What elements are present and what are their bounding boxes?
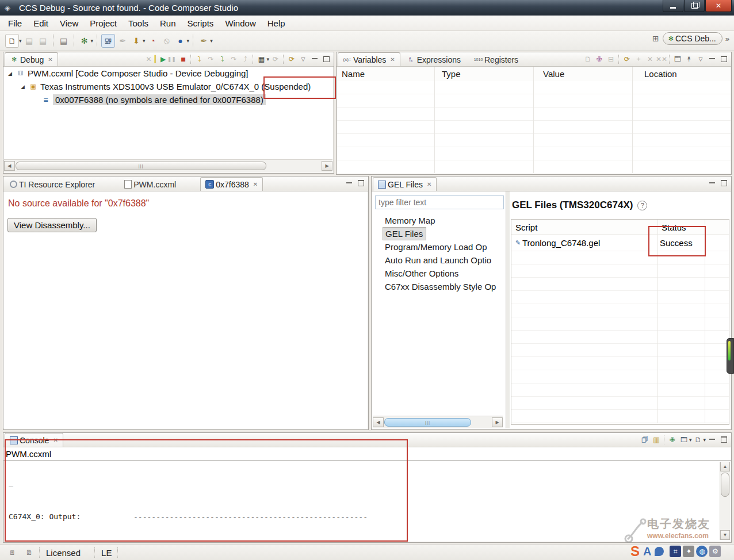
display-selected-console-icon[interactable]: 🗔 [678, 434, 690, 445]
add-watch-expression-icon[interactable]: ✙ [594, 53, 605, 64]
assembly-step-into-icon[interactable]: ⤵ [216, 53, 228, 64]
new-expression-icon[interactable]: ＋ [633, 53, 644, 64]
tab-gel-files[interactable]: GEL Files ✕ [373, 177, 437, 191]
console-vscroll-thumb[interactable] [721, 473, 729, 497]
variables-minimize-icon[interactable] [706, 53, 718, 64]
highlight-icon[interactable]: ✒ [197, 34, 210, 47]
tab-variables[interactable]: (x)= Variables ✕ [338, 52, 400, 66]
gel-table-row[interactable]: ✎ Tronlong_C6748.gel Success [511, 235, 729, 251]
menu-run[interactable]: Run [154, 17, 182, 30]
variables-table-body[interactable] [337, 81, 731, 173]
debug-tree-root-row[interactable]: ◢ ⚅ PWM.ccxml [Code Composer Studio - De… [3, 67, 332, 80]
tab-expressions[interactable]: fₓ Expressions [402, 52, 468, 66]
menu-scripts[interactable]: Scripts [182, 17, 220, 30]
view-disassembly-button[interactable]: View Disassembly... [7, 218, 97, 232]
filter-input[interactable] [375, 195, 504, 209]
minimize-button[interactable] [663, 0, 683, 12]
ime-globe-icon[interactable]: ◍ [696, 546, 708, 557]
debug-tree-core-row[interactable]: ◢ ▣ Texas Instruments XDS100v3 USB Emula… [3, 80, 332, 93]
restart-icon[interactable]: ▦ [255, 53, 267, 64]
link-icon[interactable]: ✒ [116, 34, 129, 47]
suspend-icon[interactable]: ❚❚ [166, 53, 177, 64]
refresh-icon[interactable]: ⟳ [621, 53, 633, 64]
breakpoint-clock-icon[interactable]: ◔ [147, 34, 159, 47]
new-file-icon[interactable]: 🗋 [5, 34, 19, 48]
scroll-left-icon[interactable]: ◀ [4, 161, 15, 171]
tab-pwm-ccxml[interactable]: PWM.ccxml [119, 177, 183, 191]
tab-gel-close-icon[interactable]: ✕ [427, 181, 431, 187]
tab-variables-close-icon[interactable]: ✕ [390, 56, 395, 63]
console-log[interactable]: _ . - C674X_0: Output:------------------… [5, 462, 722, 540]
ime-tools-icon[interactable]: ✦ [683, 546, 694, 557]
tab-ti-resource-explorer[interactable]: TI Resource Explorer [5, 177, 102, 191]
clear-console-icon[interactable]: 🗍 [639, 434, 651, 445]
menu-file[interactable]: File [2, 17, 28, 30]
restart-dropdown-icon[interactable]: ▾ [266, 56, 269, 62]
sogou-logo-icon[interactable]: S [630, 543, 640, 559]
column-type[interactable]: Type [439, 69, 541, 79]
tab-debug[interactable]: ✻ Debug ✕ [5, 52, 58, 66]
target-config-icon[interactable]: ▤ [58, 34, 70, 47]
debug-maximize-icon[interactable] [320, 53, 332, 64]
step-return-icon[interactable]: ⤴ [239, 53, 251, 64]
restore-button[interactable] [684, 0, 705, 12]
editor-minimize-icon[interactable] [343, 178, 355, 189]
save-icon[interactable]: ▤ [23, 34, 36, 47]
new-breakpoint-icon[interactable]: ● [174, 34, 187, 47]
step-over-icon[interactable]: ↷ [205, 53, 216, 64]
show-type-names-icon[interactable]: 🗋 [582, 53, 594, 64]
tab-console[interactable]: Console ✕ [5, 433, 63, 447]
remove-all-terminated-icon[interactable]: ✕ [143, 53, 154, 64]
menu-view[interactable]: View [54, 17, 84, 30]
menu-window[interactable]: Window [219, 17, 261, 30]
gel-nav-hscrollbar[interactable]: ◀ ||| ▶ [373, 416, 503, 428]
highlight-dropdown-icon[interactable]: ▾ [210, 38, 213, 44]
nav-gel-files[interactable]: GEL Files [383, 227, 426, 240]
pin-view-icon[interactable]: 🖈 [683, 53, 695, 64]
help-icon[interactable]: ? [637, 201, 647, 210]
menu-help[interactable]: Help [262, 17, 291, 30]
debug-dropdown-icon[interactable]: ▾ [91, 38, 94, 44]
console-minimize-icon[interactable] [706, 434, 718, 445]
new-file-dropdown-icon[interactable]: ▾ [19, 38, 22, 44]
new-breakpoint-dropdown-icon[interactable]: ▾ [187, 38, 190, 44]
gel-maximize-icon[interactable] [718, 178, 729, 189]
tab-registers[interactable]: 1010 Registers [469, 52, 525, 66]
column-script[interactable]: Script [511, 223, 662, 232]
menu-edit[interactable]: Edit [28, 17, 54, 30]
column-location[interactable]: Location [642, 69, 677, 79]
gel-minimize-icon[interactable] [706, 178, 718, 189]
close-button[interactable]: ✕ [705, 0, 732, 12]
pin-console-icon[interactable]: ✙ [667, 434, 678, 445]
terminate-icon[interactable]: ■ [177, 53, 189, 64]
nav-misc-other[interactable]: Misc/Other Options [372, 267, 505, 280]
skip-breakpoints-icon[interactable]: ⦸ [160, 34, 173, 47]
tab-0x7f6388[interactable]: c 0x7f6388 ✕ [200, 177, 263, 191]
debug-view-menu-icon[interactable]: ▽ [297, 53, 309, 64]
open-console-dropdown-icon[interactable]: ▾ [703, 437, 706, 443]
connect-target-icon[interactable]: 🖳 [101, 34, 115, 48]
display-console-dropdown-icon[interactable]: ▾ [689, 437, 692, 443]
expand-arrow-icon[interactable]: ◢ [21, 84, 29, 90]
debug-hscroll-thumb[interactable]: ||| [16, 162, 266, 170]
open-perspective-icon[interactable]: ⊞ [649, 32, 662, 45]
nav-memory-map[interactable]: Memory Map [372, 214, 505, 227]
scroll-down-icon[interactable]: ▼ [720, 530, 730, 540]
scroll-left-icon[interactable]: ◀ [373, 417, 384, 427]
open-console-icon[interactable]: 🗋 [692, 434, 704, 445]
gel-nav-hscroll-thumb[interactable]: ||| [384, 418, 471, 427]
save-all-icon[interactable]: ▤ [37, 34, 49, 47]
nav-program-memory-load[interactable]: Program/Memory Load Op [372, 240, 505, 254]
load-program-dropdown-icon[interactable]: ▾ [143, 38, 146, 44]
ime-settings-icon[interactable]: ⚙ [709, 546, 721, 557]
resume-icon[interactable]: ▎▶ [154, 53, 166, 64]
remove-icon[interactable]: ✕ [644, 53, 656, 64]
scroll-right-icon[interactable]: ▶ [492, 417, 503, 427]
column-value[interactable]: Value [541, 69, 642, 79]
refresh-icon[interactable]: ⟳ [286, 53, 297, 64]
perspective-overflow-icon[interactable]: » [725, 34, 729, 43]
load-program-icon[interactable]: ⬇ [130, 34, 143, 47]
scroll-up-icon[interactable]: ▲ [720, 462, 730, 471]
ime-moon-icon[interactable] [655, 547, 664, 556]
remove-all-icon[interactable]: ✕✕ [656, 53, 667, 64]
